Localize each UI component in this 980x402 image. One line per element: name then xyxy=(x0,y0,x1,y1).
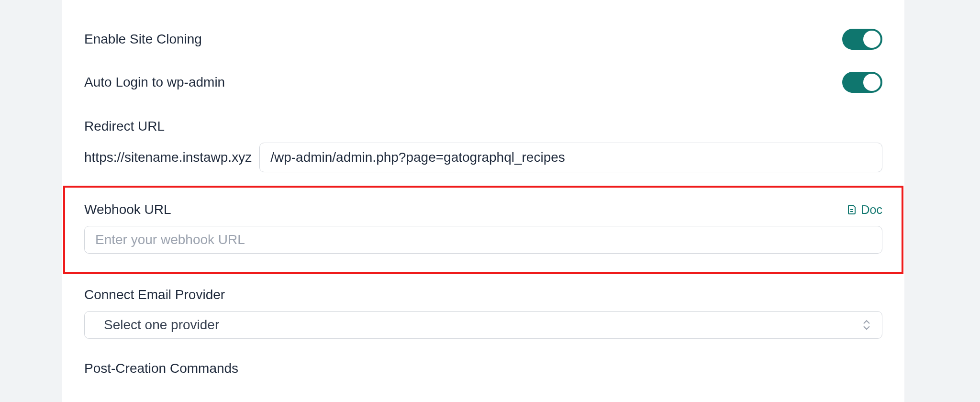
webhook-doc-link[interactable]: Doc xyxy=(846,203,882,217)
webhook-header: Webhook URL Doc xyxy=(84,202,882,217)
redirect-url-block: Redirect URL https://sitename.instawp.xy… xyxy=(84,101,882,172)
post-creation-block: Post-Creation Commands xyxy=(84,339,882,376)
auto-login-row: Auto Login to wp-admin xyxy=(84,58,882,101)
auto-login-label: Auto Login to wp-admin xyxy=(84,75,225,90)
redirect-url-input[interactable] xyxy=(259,143,882,172)
email-provider-select[interactable]: Select one provider xyxy=(84,311,882,339)
webhook-highlight-box: Webhook URL Doc xyxy=(63,186,903,274)
email-provider-select-wrap: Select one provider xyxy=(84,311,882,339)
post-creation-label: Post-Creation Commands xyxy=(84,361,882,376)
redirect-url-input-row: https://sitename.instawp.xyz xyxy=(84,143,882,172)
email-provider-selected: Select one provider xyxy=(104,317,219,333)
redirect-url-prefix: https://sitename.instawp.xyz xyxy=(84,150,252,165)
settings-inner: Enable Site Cloning Auto Login to wp-adm… xyxy=(62,0,904,376)
document-icon xyxy=(846,204,858,215)
prev-section-stub xyxy=(84,0,882,15)
enable-site-cloning-row: Enable Site Cloning xyxy=(84,15,882,58)
webhook-url-label: Webhook URL xyxy=(84,202,171,217)
settings-panel: Enable Site Cloning Auto Login to wp-adm… xyxy=(62,0,904,402)
enable-site-cloning-toggle[interactable] xyxy=(842,29,882,50)
webhook-doc-text: Doc xyxy=(861,203,882,217)
chevrons-up-down-icon xyxy=(862,320,871,330)
enable-site-cloning-label: Enable Site Cloning xyxy=(84,32,202,47)
auto-login-toggle[interactable] xyxy=(842,72,882,93)
redirect-url-label: Redirect URL xyxy=(84,119,882,134)
webhook-url-input[interactable] xyxy=(84,226,882,254)
email-provider-block: Connect Email Provider Select one provid… xyxy=(84,274,882,339)
email-provider-label: Connect Email Provider xyxy=(84,287,882,302)
